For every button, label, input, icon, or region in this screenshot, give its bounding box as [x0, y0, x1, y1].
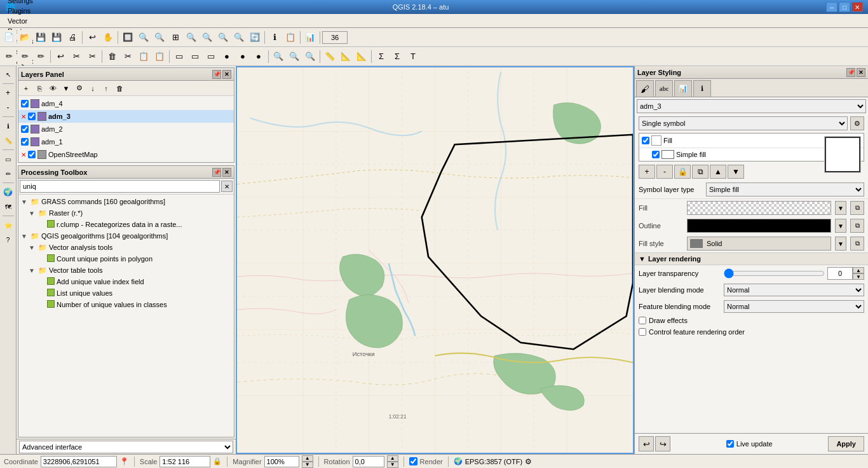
layer-item-osm[interactable]: ✕ OpenStreetMap — [18, 148, 234, 161]
remove-layer-btn[interactable]: 🗑 — [113, 82, 126, 95]
search-clear-button[interactable]: ✕ — [221, 181, 233, 192]
layers-panel-close[interactable]: ✕ — [222, 70, 231, 79]
fill-style-copy-button[interactable]: ⧉ — [850, 237, 864, 251]
select-polygon-button[interactable]: ▭ — [187, 49, 203, 64]
map-canvas[interactable]: Источки 1:02:21 — [237, 67, 633, 453]
statistics-button[interactable]: Σ — [390, 49, 405, 64]
fill-style-dropdown-button[interactable]: ▼ — [835, 237, 846, 251]
zoom-selection-button[interactable]: 🔍 — [184, 30, 199, 45]
minimize-button[interactable]: – — [826, 2, 837, 12]
layer-item-adm4[interactable]: adm_4 — [18, 97, 234, 110]
node-tool-button[interactable]: ✂ — [85, 49, 100, 64]
select-tool[interactable]: ▭ — [1, 152, 15, 166]
zoom-selected-button[interactable]: 🔍 — [302, 49, 318, 64]
select-line-button[interactable]: ● — [251, 49, 266, 64]
layer-visibility-adm2[interactable] — [21, 125, 29, 133]
layer-transparency-value[interactable] — [827, 267, 853, 280]
tree-item-9[interactable]: Number of unique values in classes — [20, 299, 233, 310]
print-button[interactable]: 🖨 — [65, 30, 80, 45]
styling-undo-button[interactable]: ↩ — [639, 436, 654, 451]
symbol-config-button[interactable]: ⚙ — [850, 116, 864, 130]
add-layer-btn[interactable]: + — [20, 82, 32, 95]
zoom-full-button[interactable]: ⊞ — [168, 30, 183, 45]
zoom-out-button[interactable]: 🔍 — [152, 30, 167, 45]
search-input[interactable] — [20, 180, 220, 193]
layer-item-adm1[interactable]: adm_1 — [18, 135, 234, 148]
zoom-in-tool[interactable]: + — [1, 86, 15, 100]
style-tab-label[interactable]: abc — [655, 80, 673, 97]
layer-visibility-adm1[interactable] — [21, 138, 29, 146]
new-project-button[interactable]: 📄 — [1, 30, 17, 45]
move-feature-button[interactable]: ✂ — [69, 49, 84, 64]
show-all-btn[interactable]: 👁 — [46, 82, 59, 95]
render-checkbox[interactable] — [409, 457, 417, 465]
outline-color-swatch[interactable] — [687, 219, 831, 233]
menu-item-settings[interactable]: Settings — [3, 0, 47, 6]
rotation-spin-up[interactable]: ▲ — [387, 455, 398, 462]
measure-tool[interactable]: 📏 — [1, 134, 15, 148]
layer-visibility-adm4[interactable] — [21, 100, 29, 107]
measure-angle-button[interactable]: 📐 — [354, 49, 369, 64]
tree-item-2[interactable]: r.clump - Recategorizes data in a raste.… — [20, 219, 233, 230]
select-freehand-button[interactable]: ▭ — [203, 49, 219, 64]
tree-item-7[interactable]: Add unique value index field — [20, 276, 233, 287]
lock-symbol-button[interactable]: 🔒 — [674, 165, 691, 179]
edit-tool[interactable]: ✏ — [1, 167, 15, 181]
rotation-spin-down[interactable]: ▼ — [387, 462, 398, 468]
fill-style-swatch[interactable]: Solid — [687, 237, 831, 251]
attributes-table-button[interactable]: 📊 — [302, 30, 318, 45]
magnifier-input[interactable] — [264, 456, 299, 467]
magnifier-spin-up[interactable]: ▲ — [302, 455, 313, 462]
layer-item-adm2[interactable]: adm_2 — [18, 123, 234, 135]
zoom-layer-button[interactable]: 🔍 — [200, 30, 215, 45]
delete-selected-button[interactable]: 🗑 — [104, 49, 119, 64]
expand-all-btn[interactable]: ↓ — [86, 82, 99, 95]
filter-layer-btn[interactable]: ▼ — [60, 82, 72, 95]
add-feature-button[interactable]: ↩ — [53, 49, 68, 64]
magnifier-spin-down[interactable]: ▼ — [302, 462, 313, 468]
menu-item-plugins[interactable]: Plugins — [3, 6, 47, 16]
styling-redo-button[interactable]: ↪ — [655, 436, 670, 451]
tree-item-1[interactable]: ▼📁Raster (r.*) — [20, 207, 233, 219]
layers-panel-pin[interactable]: 📌 — [212, 70, 221, 79]
filter-expr-btn[interactable]: ⚙ — [73, 82, 86, 95]
outline-dropdown-button[interactable]: ▼ — [835, 219, 846, 233]
copy-features-button[interactable]: 📋 — [136, 49, 151, 64]
style-tab-diagram[interactable]: 📊 — [674, 80, 692, 97]
styling-panel-close[interactable]: ✕ — [857, 68, 865, 77]
layer-selector-combo[interactable]: adm_3 — [637, 99, 866, 113]
map-area[interactable]: Источки 1:02:21 — [236, 66, 634, 454]
style-tab-metadata[interactable]: ℹ — [693, 80, 711, 97]
pan-tool[interactable]: ↖ — [1, 67, 15, 81]
bookmark-tool[interactable]: ⭐ — [1, 218, 15, 232]
tree-item-3[interactable]: ▼📁QGIS geoalgorithms [104 geoalgorithms] — [20, 230, 233, 242]
styling-panel-pin[interactable]: 📌 — [846, 68, 855, 77]
menu-item-vector[interactable]: Vector — [3, 16, 47, 26]
map-tool[interactable]: 🗺 — [1, 200, 15, 214]
zoom-in-button[interactable]: 🔍 — [136, 30, 151, 45]
fill-visibility-check[interactable] — [642, 137, 649, 144]
coordinate-input[interactable] — [41, 456, 117, 467]
processing-panel-close[interactable]: ✕ — [222, 168, 231, 177]
select-button[interactable]: 📋 — [283, 30, 298, 45]
measure-area-button[interactable]: 📐 — [338, 49, 353, 64]
deselect-button[interactable]: 🔍 — [271, 49, 286, 64]
query-tool[interactable]: ? — [1, 233, 15, 247]
select-features-button[interactable]: ▭ — [172, 49, 187, 64]
edit-button[interactable]: ✏ — [33, 49, 48, 64]
layer-visibility-osm[interactable] — [28, 151, 36, 158]
save-as-button[interactable]: 💾 — [49, 30, 64, 45]
zoom-prev-button[interactable]: 🔍 — [215, 30, 231, 45]
rotation-input[interactable] — [353, 456, 384, 467]
layer-blending-select[interactable]: Normal Multiply Screen — [724, 284, 864, 296]
label-button[interactable]: T — [405, 49, 421, 64]
undo-button[interactable]: ↩ — [85, 30, 100, 45]
select-radius-button[interactable]: ● — [219, 49, 234, 64]
style-tab-paint[interactable]: 🖌 — [636, 80, 654, 97]
layer-rendering-section[interactable]: ▼ Layer rendering — [635, 252, 868, 265]
move-up-symbol-button[interactable]: ▲ — [710, 165, 726, 179]
maximize-button[interactable]: □ — [839, 2, 850, 12]
tree-item-6[interactable]: ▼📁Vector table tools — [20, 265, 233, 276]
redo-button[interactable]: ✋ — [100, 30, 116, 45]
field-calc-button[interactable]: Σ — [374, 49, 389, 64]
